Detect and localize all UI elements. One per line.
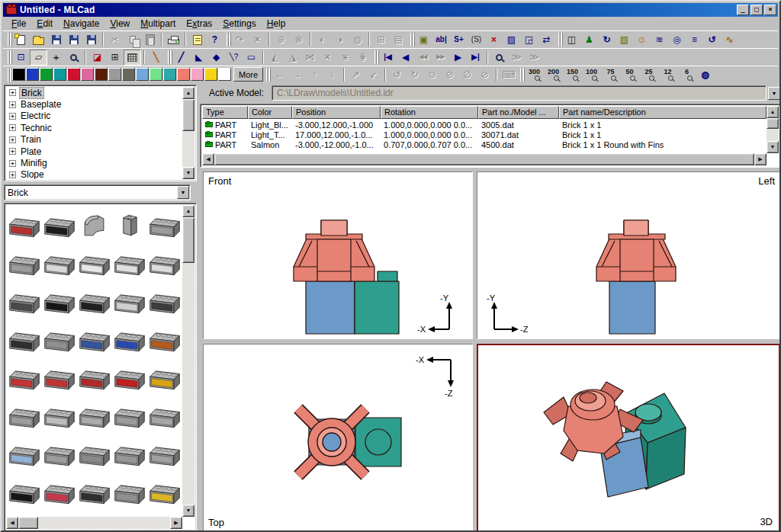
scrollbar-thumb[interactable] [18, 517, 38, 529]
part-thumbnail-32[interactable] [77, 435, 112, 473]
expand-icon[interactable]: + [9, 113, 16, 120]
zoom-50-button[interactable]: 50 [620, 66, 639, 82]
zoom-25-button[interactable]: 25 [639, 66, 658, 82]
add-picture-button[interactable]: ▨ [503, 32, 520, 48]
table-hscrollbar[interactable]: ◀ ▶ [202, 153, 767, 165]
maximize-button[interactable]: □ [750, 5, 763, 15]
color-swatch-11[interactable] [163, 68, 176, 81]
part-thumbnail-36[interactable] [42, 473, 77, 511]
rotate-y-neg-button[interactable]: ⊙ [423, 66, 441, 82]
toolbar-handle[interactable] [8, 68, 10, 82]
prev-step-button[interactable]: ◀ [397, 50, 414, 66]
rotate-x-neg-button[interactable]: ↺ [388, 66, 406, 82]
toolbar-handle[interactable] [8, 33, 10, 46]
fast-prev-button[interactable]: ◀◀ [414, 50, 432, 66]
minifig-generator-button[interactable]: ♟ [580, 32, 598, 48]
paste-button[interactable] [141, 32, 159, 48]
part-thumbnail-26[interactable] [42, 397, 77, 435]
part-thumbnail-2[interactable] [77, 207, 112, 245]
tree-item-slope[interactable]: +Slope [6, 169, 182, 179]
rotate-z-pos-button[interactable]: ⊘ [476, 66, 493, 82]
part-thumbnail-33[interactable] [112, 435, 147, 473]
part-thumbnail-7[interactable] [77, 245, 112, 283]
toolbar-handle[interactable] [520, 68, 522, 82]
tree-scrollbar[interactable]: ▲ ▼ [182, 87, 194, 179]
part-thumbnail-25[interactable] [7, 397, 42, 435]
step-view-back-button[interactable]: ≫ [525, 50, 543, 66]
close-button[interactable]: × [764, 5, 776, 15]
tree-item-electric[interactable]: +Electric [6, 111, 182, 122]
mirror-y-button[interactable]: ⋇ [336, 50, 354, 66]
add-step-button[interactable]: S+ [450, 32, 468, 48]
part-thumbnail-11[interactable] [42, 283, 77, 321]
draw-tool-button[interactable]: ╲ [147, 50, 165, 66]
fit-view-button[interactable]: ◍ [696, 66, 714, 82]
color-swatch-10[interactable] [149, 68, 162, 81]
move-y-neg-button[interactable]: ↑ [306, 66, 323, 82]
copy-button[interactable] [124, 32, 141, 48]
part-thumbnail-3[interactable] [112, 207, 147, 245]
fine-grid-button[interactable] [124, 50, 141, 66]
open-button[interactable] [30, 32, 47, 48]
part-thumbnail-37[interactable] [77, 473, 112, 511]
origin-off-button[interactable]: ⊗ [290, 32, 307, 48]
menu-settings[interactable]: Settings [217, 17, 261, 30]
part-thumbnail-39[interactable] [147, 473, 182, 511]
menu-extras[interactable]: Extras [181, 17, 217, 30]
split-panes-button[interactable]: ⊞ [106, 50, 124, 66]
first-step-button[interactable]: |◀ [379, 50, 397, 66]
add-comment-button[interactable]: ab| [432, 32, 450, 48]
context-help-button[interactable]: ? [206, 32, 223, 48]
menu-file[interactable]: File [6, 17, 31, 30]
parts-hscrollbar[interactable]: ◀ ▶ [6, 517, 182, 529]
scroll-down-icon[interactable]: ▼ [767, 141, 779, 153]
part-thumbnail-10[interactable] [7, 283, 42, 321]
scroll-left-icon[interactable]: ◀ [202, 153, 214, 165]
table-row[interactable]: PART Light_Bl... -3.000,12.000,-1.000 1.… [202, 120, 767, 130]
clear-view-button[interactable]: ◪ [88, 50, 106, 66]
more-colors-button[interactable]: More [233, 67, 263, 82]
viewport-3d[interactable]: 3D [477, 344, 780, 532]
step-view-fwd-button[interactable]: ≫ [508, 50, 525, 66]
toolbar-handle[interactable] [227, 33, 229, 46]
replace-part-button[interactable]: ⇄ [538, 32, 555, 48]
keyboard-entry-button[interactable]: ⌨ [500, 66, 517, 82]
color-swatch-15[interactable] [218, 68, 231, 81]
column-header-position[interactable]: Position [292, 106, 381, 119]
part-thumbnail-24[interactable] [147, 359, 182, 397]
zoom-75-button[interactable]: 75 [601, 66, 620, 82]
chevron-down-icon[interactable]: ▼ [768, 87, 780, 100]
part-thumbnail-23[interactable] [112, 359, 147, 397]
column-header-type[interactable]: Type [202, 106, 248, 119]
parts-vscrollbar[interactable]: ▲ ▼ [182, 205, 194, 517]
color-swatch-4[interactable] [67, 68, 80, 81]
light-on-button[interactable]: ◑ [331, 32, 349, 48]
viewport-front[interactable]: Front -Y -X [203, 171, 473, 339]
part-thumbnail-22[interactable] [77, 359, 112, 397]
connect-button[interactable]: ⋈ [301, 50, 319, 66]
add-triangle-button[interactable]: ◣ [190, 50, 207, 66]
column-header-color[interactable]: Color [248, 106, 292, 119]
viewport-top[interactable]: Top -X -Z [203, 344, 473, 532]
column-header-description[interactable]: Part name/Description [559, 106, 767, 119]
tree-item-technic[interactable]: +Technic [6, 122, 182, 133]
move-z-neg-button[interactable]: ↗ [347, 66, 365, 82]
part-thumbnail-9[interactable] [147, 245, 182, 283]
color-swatch-14[interactable] [204, 68, 217, 81]
menu-view[interactable]: View [104, 17, 135, 30]
expand-icon[interactable]: + [9, 89, 16, 96]
scroll-right-icon[interactable]: ▶ [170, 517, 182, 529]
toolbar-handle[interactable] [266, 68, 268, 82]
zoom-mode-button[interactable] [65, 50, 82, 66]
color-swatch-13[interactable] [191, 68, 204, 81]
refresh-button[interactable]: ↺ [703, 32, 721, 48]
expand-icon[interactable]: + [9, 171, 16, 178]
part-thumbnail-0[interactable] [7, 207, 42, 245]
color-swatch-9[interactable] [136, 68, 149, 81]
color-swatch-8[interactable] [122, 68, 135, 81]
color-swatch-7[interactable] [108, 68, 121, 81]
expand-icon[interactable]: + [9, 148, 16, 155]
color-swatch-3[interactable] [53, 68, 66, 81]
menu-navigate[interactable]: Navigate [58, 17, 104, 30]
scroll-down-icon[interactable]: ▼ [182, 167, 194, 179]
